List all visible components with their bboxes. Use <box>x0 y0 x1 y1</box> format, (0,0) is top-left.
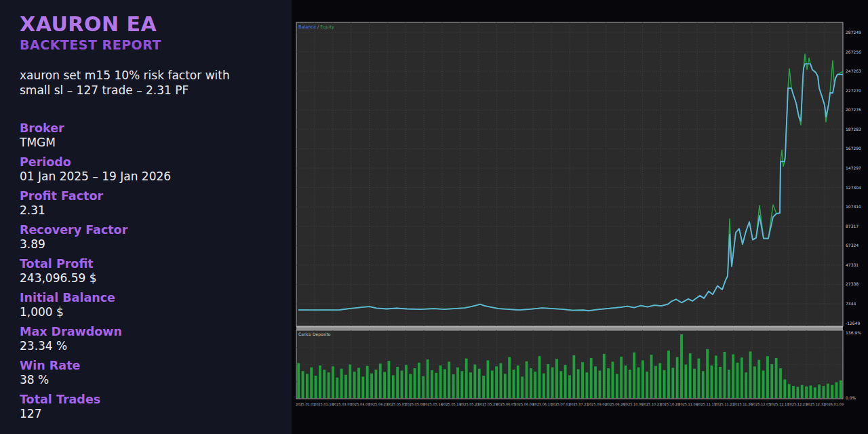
svg-text:2025.06.05: 2025.06.05 <box>496 402 516 406</box>
svg-text:2026.01.09: 2026.01.09 <box>824 402 844 406</box>
svg-text:2025.12.05: 2025.12.05 <box>751 402 771 406</box>
svg-text:Carico Deposito: Carico Deposito <box>298 332 331 337</box>
stat-value: 2.31 <box>20 203 278 218</box>
stat-value: 38 % <box>20 373 278 387</box>
stat-max-drawdown: Max Drawdown 23.34 % <box>20 325 278 353</box>
svg-text:107310: 107310 <box>846 204 861 209</box>
svg-text:2025.05.23: 2025.05.23 <box>460 402 479 406</box>
report-panel: XAURON EA BACKTEST REPORT xauron set m15… <box>0 0 292 434</box>
stat-label: Profit Factor <box>20 189 278 203</box>
stat-value: 127 <box>20 407 278 421</box>
stat-value: 01 Jan 2025 – 19 Jan 2026 <box>20 170 278 184</box>
svg-text:2025.01.18: 2025.01.18 <box>314 402 334 406</box>
svg-text:2025.07.01: 2025.07.01 <box>551 402 570 406</box>
svg-text:0.0%: 0.0% <box>846 395 856 400</box>
svg-text:187283: 187283 <box>846 127 861 132</box>
svg-text:Balance / Equity: Balance / Equity <box>298 24 334 30</box>
svg-text:2025.06.17: 2025.06.17 <box>532 402 552 406</box>
stat-value: 3.89 <box>20 237 278 252</box>
stat-label: Total Profit <box>20 257 278 271</box>
stat-label: Total Trades <box>20 393 278 407</box>
stat-label: Recovery Factor <box>20 223 278 237</box>
svg-text:2025.11.21: 2025.11.21 <box>715 402 734 406</box>
stat-value: 243,096.59 $ <box>20 271 278 285</box>
svg-text:2025.04.23: 2025.04.23 <box>369 402 389 406</box>
svg-text:-12649: -12649 <box>846 321 860 326</box>
svg-text:267256: 267256 <box>846 50 861 54</box>
svg-text:127304: 127304 <box>846 185 861 190</box>
svg-text:136.9%: 136.9% <box>846 330 861 335</box>
stat-value: TMGM <box>20 136 278 150</box>
svg-text:87317: 87317 <box>846 224 859 229</box>
stat-initial-balance: Initial Balance 1,000 $ <box>20 291 278 319</box>
stat-value: 1,000 $ <box>20 305 278 319</box>
svg-text:2025.05.05: 2025.05.05 <box>387 402 406 406</box>
svg-text:2025.07.21: 2025.07.21 <box>569 402 589 406</box>
svg-text:2025.09.26: 2025.09.26 <box>606 402 625 406</box>
svg-text:2025.04.07: 2025.04.07 <box>351 402 370 406</box>
backtest-chart: 2872492672562472632272702072761872831672… <box>292 0 868 434</box>
svg-text:2025.11.04: 2025.11.04 <box>678 402 698 406</box>
svg-text:2025.09.02: 2025.09.02 <box>587 402 607 406</box>
stat-label: Max Drawdown <box>20 325 278 339</box>
svg-text:147297: 147297 <box>846 165 861 170</box>
stat-broker: Broker TMGM <box>20 121 278 150</box>
stat-value: 23.34 % <box>20 339 278 353</box>
svg-text:2025.05.14: 2025.05.14 <box>423 402 443 406</box>
svg-text:287249: 287249 <box>846 30 861 35</box>
svg-text:7344: 7344 <box>846 301 856 306</box>
svg-text:2025.06.09: 2025.06.09 <box>514 402 534 406</box>
stat-profit-factor: Profit Factor 2.31 <box>20 189 278 218</box>
svg-text:2025.12.23: 2025.12.23 <box>787 402 807 406</box>
svg-text:2025.11.17: 2025.11.17 <box>696 402 716 406</box>
strategy-description: xauron set m15 10% risk factor with smal… <box>20 68 248 98</box>
stats-list: Broker TMGM Periodo 01 Jan 2025 – 19 Jan… <box>20 121 278 421</box>
chart-panel: 2872492672562472632272702072761872831672… <box>292 0 868 434</box>
stat-label: Periodo <box>20 155 278 170</box>
svg-text:2025.05.29: 2025.05.29 <box>478 402 498 406</box>
svg-text:2025.11.26: 2025.11.26 <box>733 402 753 406</box>
svg-text:227270: 227270 <box>846 88 861 93</box>
svg-text:2025.10.23: 2025.10.23 <box>642 402 662 406</box>
svg-text:2025.10.06: 2025.10.06 <box>624 402 644 406</box>
stat-label: Initial Balance <box>20 291 278 305</box>
svg-text:167290: 167290 <box>846 146 861 151</box>
svg-text:27338: 27338 <box>846 281 859 286</box>
stat-win-rate: Win Rate 38 % <box>20 359 278 387</box>
stat-total-trades: Total Trades 127 <box>20 393 278 421</box>
svg-text:2025.12.17: 2025.12.17 <box>770 402 789 406</box>
svg-text:207276: 207276 <box>846 107 861 112</box>
svg-text:2025.05.08: 2025.05.08 <box>405 402 425 406</box>
svg-text:247263: 247263 <box>846 68 861 73</box>
stat-label: Broker <box>20 121 278 136</box>
page-subtitle: BACKTEST REPORT <box>20 37 278 52</box>
svg-text:2025.12.31: 2025.12.31 <box>806 402 825 406</box>
stat-total-profit: Total Profit 243,096.59 $ <box>20 257 278 285</box>
svg-text:67324: 67324 <box>846 243 859 248</box>
svg-text:2025.10.28: 2025.10.28 <box>660 402 679 406</box>
svg-text:2025.03.07: 2025.03.07 <box>332 402 352 406</box>
svg-text:2025.01.01: 2025.01.01 <box>296 402 315 406</box>
stat-recovery-factor: Recovery Factor 3.89 <box>20 223 278 252</box>
page-title: XAURON EA <box>20 12 278 36</box>
svg-text:47331: 47331 <box>846 262 859 267</box>
stat-period: Periodo 01 Jan 2025 – 19 Jan 2026 <box>20 155 278 184</box>
svg-text:2025.05.19: 2025.05.19 <box>441 402 461 406</box>
stat-label: Win Rate <box>20 359 278 373</box>
